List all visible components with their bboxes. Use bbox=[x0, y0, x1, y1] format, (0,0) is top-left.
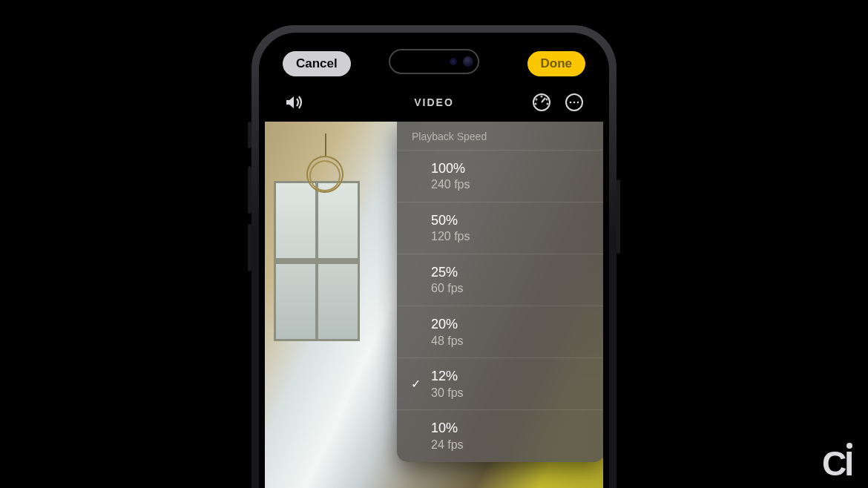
phone-side-button bbox=[248, 122, 251, 148]
playback-speed-fps: 120 fps bbox=[431, 229, 470, 245]
dynamic-island bbox=[389, 49, 479, 74]
svg-point-1 bbox=[542, 96, 542, 97]
playback-speed-menu: Playback Speed 100%240 fps50%120 fps25%6… bbox=[397, 122, 603, 462]
speedometer-icon[interactable] bbox=[530, 91, 553, 113]
watermark-logo: CI bbox=[822, 446, 852, 481]
playback-speed-option-text: 20%48 fps bbox=[431, 315, 464, 349]
playback-speed-percent: 20% bbox=[431, 315, 464, 333]
chandelier-decoration bbox=[299, 133, 351, 215]
front-camera bbox=[463, 56, 473, 67]
ellipsis-circle-icon[interactable] bbox=[563, 91, 585, 113]
svg-point-3 bbox=[547, 99, 548, 100]
playback-speed-percent: 25% bbox=[431, 263, 464, 281]
phone-screen: Cancel Done VIDEO bbox=[265, 39, 603, 488]
playback-speed-fps: 30 fps bbox=[431, 386, 464, 401]
svg-point-5 bbox=[548, 104, 548, 105]
editor-toolrow: VIDEO bbox=[265, 88, 603, 117]
playback-speed-option[interactable]: 25%60 fps bbox=[397, 254, 603, 306]
playback-speed-option-text: 10%24 fps bbox=[431, 419, 464, 452]
playback-speed-fps: 240 fps bbox=[431, 177, 470, 193]
playback-speed-option-text: 100%240 fps bbox=[431, 159, 470, 193]
playback-speed-menu-title: Playback Speed bbox=[397, 122, 603, 150]
video-preview: SCRATCH LOUNGE Playback Speed 100%240 fp… bbox=[265, 122, 603, 488]
playback-speed-option-text: 25%60 fps bbox=[431, 263, 464, 297]
checkmark-icon: ✓ bbox=[409, 377, 422, 391]
svg-point-9 bbox=[577, 102, 579, 104]
playback-speed-percent: 50% bbox=[431, 211, 470, 229]
playback-speed-percent: 12% bbox=[431, 367, 464, 385]
playback-speed-option[interactable]: 50%120 fps bbox=[397, 202, 603, 254]
playback-speed-option[interactable]: 10%24 fps bbox=[397, 409, 603, 461]
playback-speed-option-text: 50%120 fps bbox=[431, 211, 470, 245]
cancel-button[interactable]: Cancel bbox=[283, 51, 351, 76]
playback-speed-option[interactable]: 100%240 fps bbox=[397, 150, 603, 202]
playback-speed-percent: 10% bbox=[431, 419, 464, 437]
playback-speed-fps: 24 fps bbox=[431, 438, 464, 453]
svg-point-2 bbox=[536, 99, 537, 100]
edit-mode-label: VIDEO bbox=[414, 96, 454, 108]
volume-icon[interactable] bbox=[283, 91, 305, 113]
phone-power-button bbox=[617, 179, 620, 254]
playback-speed-option-text: 12%30 fps bbox=[431, 367, 464, 400]
phone-volume-down-button bbox=[248, 224, 251, 271]
phone-bezel: Cancel Done VIDEO bbox=[259, 33, 609, 488]
phone-volume-up-button bbox=[248, 166, 251, 214]
playback-speed-option[interactable]: 20%48 fps bbox=[397, 306, 603, 357]
svg-point-8 bbox=[573, 102, 576, 104]
playback-speed-fps: 60 fps bbox=[431, 281, 464, 297]
svg-point-4 bbox=[536, 104, 536, 105]
proximity-sensor bbox=[450, 58, 457, 65]
done-button[interactable]: Done bbox=[527, 51, 586, 76]
playback-speed-percent: 100% bbox=[431, 159, 470, 177]
phone-frame: Cancel Done VIDEO bbox=[251, 25, 617, 488]
playback-speed-option[interactable]: ✓12%30 fps bbox=[397, 357, 603, 409]
svg-point-7 bbox=[570, 102, 572, 104]
playback-speed-fps: 48 fps bbox=[431, 334, 464, 349]
